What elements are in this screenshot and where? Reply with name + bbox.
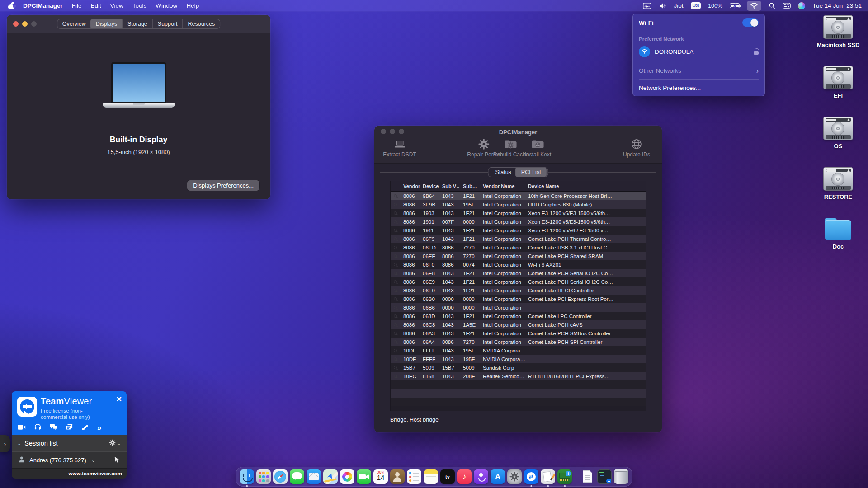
siri-icon[interactable]	[798, 1, 805, 11]
column-header-device[interactable]: Device	[420, 183, 439, 190]
teamviewer-dock-handle[interactable]: ›	[0, 435, 10, 452]
dock-item-mail[interactable]	[307, 469, 321, 484]
tab-resources[interactable]: Resources	[183, 19, 220, 28]
desktop-item-os[interactable]: OS	[812, 117, 864, 167]
pci-device-row[interactable]: 808606A480867270Intel CorporationComet L…	[391, 338, 646, 346]
gear-icon[interactable]	[109, 439, 116, 447]
dock-item-teamviewer[interactable]: ⇄	[524, 469, 538, 484]
chevron-down-icon[interactable]: ⌄	[91, 457, 95, 463]
pci-device-row[interactable]: 15B7500915B75009Sandisk Corp	[391, 363, 646, 372]
menu-bar-clock[interactable]: Tue 14 Jun 23.51	[812, 2, 862, 9]
dock-item-photos[interactable]	[340, 469, 354, 484]
menu-file[interactable]: File	[72, 2, 82, 9]
dock-item-trash[interactable]	[614, 469, 628, 484]
file-transfer-icon[interactable]	[66, 424, 73, 432]
column-header-sub-v-[interactable]: Sub V…	[439, 183, 460, 190]
pci-device-row[interactable]: 808606C810431A5EIntel CorporationComet L…	[391, 320, 646, 329]
input-source-menu[interactable]: Jiot	[674, 2, 684, 9]
desktop-item-restore[interactable]: RESTORE	[812, 167, 864, 218]
pci-device-row[interactable]: 80869B6410431F21Intel Corporation10th Ge…	[391, 192, 646, 200]
pci-device-row[interactable]: 80863E9B1043195FIntel CorporationUHD Gra…	[391, 200, 646, 209]
dpcimanager-titlebar[interactable]: DPCIManager	[374, 126, 662, 137]
display-window-titlebar[interactable]: OverviewDisplaysStorageSupportResources	[7, 15, 270, 33]
column-header-vendor[interactable]: Vendor	[401, 183, 420, 190]
network-preferences-item[interactable]: Network Preferences...	[632, 82, 765, 94]
dock-item-document[interactable]	[580, 469, 595, 484]
close-icon[interactable]: ✕	[116, 395, 122, 404]
pci-device-row[interactable]: 808606F080860074Intel CorporationWi-Fi 6…	[391, 260, 646, 269]
tab-status[interactable]: Status	[490, 168, 516, 177]
dock-item-messages[interactable]	[290, 469, 304, 484]
dock-item-dpcimanager[interactable]: i	[557, 469, 572, 484]
column-header-device-name[interactable]: Device Name	[525, 183, 646, 190]
apple-menu[interactable]	[8, 1, 14, 11]
zoom-button[interactable]	[31, 21, 37, 27]
pci-device-row[interactable]: 8086191110431F21Intel CorporationXeon E3…	[391, 226, 646, 235]
dock-item-launchpad[interactable]	[256, 469, 271, 484]
website-link[interactable]: www.teamviewer.com	[69, 471, 122, 476]
desktop-item-macintosh-ssd[interactable]: Macintosh SSD	[812, 15, 864, 66]
toolbar-install-kext-button[interactable]: Install Kext	[525, 137, 552, 158]
pci-device-row[interactable]: 808606B000000000Intel CorporationComet L…	[391, 295, 646, 303]
spotlight-search-icon[interactable]	[769, 1, 775, 11]
whiteboard-icon[interactable]	[81, 424, 89, 432]
tab-displays[interactable]: Displays	[90, 19, 123, 29]
desktop-item-doc[interactable]: Doc	[812, 218, 864, 268]
dock-item-minimized-window[interactable]	[597, 469, 612, 484]
dock-item-podcasts[interactable]	[474, 469, 488, 484]
session-list-bar[interactable]: ⌄ Session list ⌄	[12, 435, 127, 451]
dock-item-music[interactable]: ♪	[457, 469, 472, 484]
column-header-sub-[interactable]: Sub…	[460, 183, 480, 190]
pci-device-row[interactable]: 808606EF80867270Intel CorporationComet L…	[391, 252, 646, 260]
dock-item-safari[interactable]	[273, 469, 288, 484]
pci-device-row[interactable]: 808606E910431F21Intel CorporationComet L…	[391, 277, 646, 286]
menu-window[interactable]: Window	[156, 2, 177, 9]
headset-icon[interactable]	[34, 424, 41, 432]
control-center-icon[interactable]	[783, 1, 791, 11]
istat-menus-icon[interactable]	[643, 1, 651, 11]
minimize-button[interactable]	[22, 21, 28, 27]
wifi-menu-icon[interactable]	[747, 1, 761, 11]
keyboard-layout-badge[interactable]: US	[691, 2, 701, 9]
pci-device-row[interactable]: 808606F910431F21Intel CorporationComet L…	[391, 235, 646, 243]
dock-item-notes[interactable]	[424, 469, 438, 484]
pci-device-row[interactable]: 808606E810431F21Intel CorporationComet L…	[391, 269, 646, 277]
dock-item-system-preferences[interactable]	[507, 469, 522, 484]
tab-overview[interactable]: Overview	[57, 19, 91, 28]
other-networks-item[interactable]: Other Networks ›	[632, 65, 765, 77]
toolbar-extract-dsdt-button[interactable]: Extract DSDT	[378, 137, 421, 158]
menu-edit[interactable]: Edit	[91, 2, 101, 9]
pci-device-row[interactable]: 10DEFFFF1043195FNVIDIA Corpora…	[391, 355, 646, 363]
pci-device-row[interactable]: 10DEFFFF1043195FNVIDIA Corpora…	[391, 346, 646, 355]
pci-device-row[interactable]: 8086190310431F21Intel CorporationXeon E3…	[391, 209, 646, 217]
chat-icon[interactable]	[50, 424, 57, 432]
desktop-item-efi[interactable]: EFI	[812, 66, 864, 117]
dock-item-utility-app[interactable]	[541, 469, 555, 484]
more-actions-icon[interactable]: »	[97, 424, 101, 432]
menu-view[interactable]: View	[110, 2, 123, 9]
pci-device-row[interactable]: 808606ED80867270Intel CorporationComet L…	[391, 243, 646, 252]
pci-device-row[interactable]: 8086068D10431F21Intel CorporationComet L…	[391, 312, 646, 320]
pci-device-row[interactable]: 80861901007F0000Intel CorporationXeon E3…	[391, 217, 646, 226]
menu-tools[interactable]: Tools	[132, 2, 147, 9]
pci-device-row[interactable]: 808606E010431F21Intel CorporationComet L…	[391, 286, 646, 295]
pci-device-row[interactable]: 808606B600000000Intel Corporation	[391, 303, 646, 312]
dock-item-maps[interactable]	[323, 469, 338, 484]
dock-item-facetime[interactable]	[357, 469, 371, 484]
tab-storage[interactable]: Storage	[122, 19, 152, 28]
toolbar-update-ids-button[interactable]: Update IDs	[615, 137, 658, 158]
wifi-toggle[interactable]	[742, 18, 759, 27]
displays-preferences-button[interactable]: Displays Preferences...	[187, 180, 259, 191]
pci-device-row[interactable]: 10EC81681043208FRealtek Semico…RTL8111/8…	[391, 372, 646, 380]
column-header-vendor-name[interactable]: Vendor Name	[480, 183, 525, 190]
dock-item-finder[interactable]	[240, 469, 254, 484]
battery-charging-icon[interactable]	[730, 1, 740, 11]
tab-support[interactable]: Support	[152, 19, 183, 28]
video-call-icon[interactable]	[18, 424, 26, 432]
network-item-dorondula[interactable]: DORONDULA	[632, 43, 765, 60]
app-menu-title[interactable]: DPCIManager	[23, 2, 63, 9]
dock-item-app-store[interactable]: A	[491, 469, 505, 484]
volume-icon[interactable]	[659, 1, 667, 11]
dock-item-reminders[interactable]	[407, 469, 421, 484]
pci-device-row[interactable]: 808606A310431F21Intel CorporationComet L…	[391, 329, 646, 338]
